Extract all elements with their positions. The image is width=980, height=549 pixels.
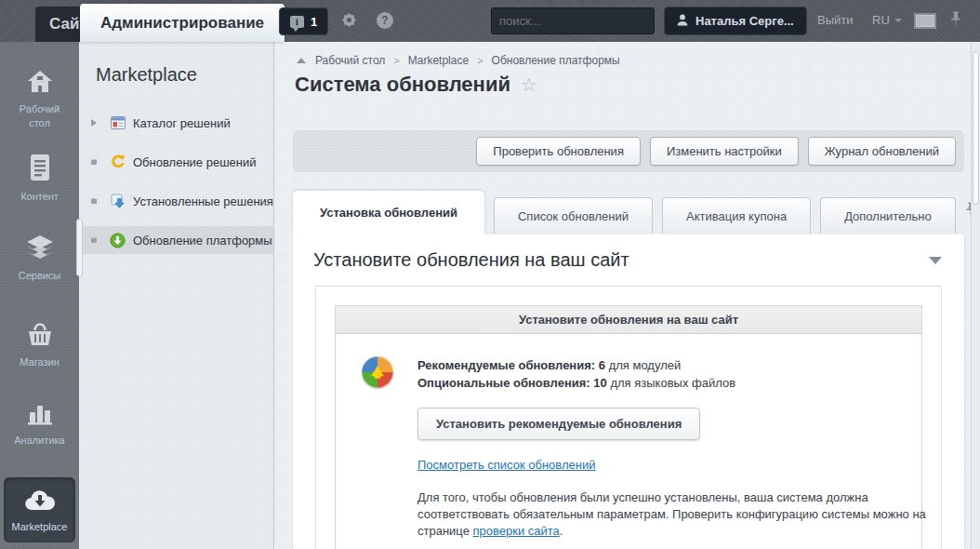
user-name: Наталья Серге... [695,14,794,28]
bullet-icon [91,159,104,165]
tab-coupon-activation[interactable]: Активация купона [662,197,811,234]
basket-icon [26,334,54,350]
collapse-section-icon[interactable] [929,257,942,264]
logout-link[interactable]: Выйти [817,13,854,27]
search-box [491,7,655,34]
bullet-icon [91,198,104,204]
breadcrumb-separator: > [393,55,399,66]
updates-panel-header: Установите обновления на ваш сайт [336,306,921,334]
optional-updates-count: 10 [593,376,606,390]
recommended-updates-line: Рекомендуемые обновления: 6 для модулей [417,356,949,374]
sidebar-item-shop[interactable]: Магазин [0,321,79,369]
sidebar-resize-handle[interactable] [76,219,83,276]
check-updates-button[interactable]: Проверить обновления [476,137,641,166]
vertical-scrollbar[interactable] [971,42,980,549]
user-menu-button[interactable]: Наталья Серге... [664,7,807,35]
update-log-button[interactable]: Журнал обновлений [808,137,956,166]
section-title: Установите обновления на ваш сайт [313,249,629,271]
breadcrumb-item-platform-update: Обновление платформы [492,54,620,67]
notification-count: 1 [311,15,317,29]
page-title: Система обновлений [295,73,510,97]
breadcrumb-item-marketplace[interactable]: Marketplace [408,54,469,67]
breadcrumb-separator: > [477,55,483,66]
pin-icon[interactable] [950,11,961,33]
chevron-right-icon [91,119,104,127]
content-panel: Установите обновления на ваш сайт Устано… [293,234,964,549]
refresh-icon [110,154,126,169]
menu-title: Marketplace [96,64,273,86]
gear-icon[interactable] [340,11,358,33]
topbar: Сайт Администрирование i 1 ? Наталья Сер… [0,0,980,42]
tab-additional[interactable]: Дополнительно [820,197,956,234]
updates-form-area: Установите обновления на ваш сайт Рекоме… [315,286,942,549]
notifications-button[interactable]: i 1 [279,7,328,35]
chart-icon [26,412,54,428]
sidebar-item-marketplace[interactable]: Marketplace [4,477,75,542]
breadcrumb-item-desktop[interactable]: Рабочий стол [315,54,385,67]
keyboard-icon[interactable] [914,13,936,29]
chevron-down-icon [894,19,902,22]
installed-icon [110,194,126,208]
sidebar-item-services[interactable]: Сервисы [0,234,79,283]
platform-update-icon [110,233,126,248]
user-icon [677,14,688,29]
catalog-icon [110,116,126,129]
menu-list: Каталог решений Обновление решений Устан… [79,109,273,254]
language-label: RU [872,13,890,27]
tab-admin[interactable]: Администрирование [80,4,285,42]
breadcrumb: Рабочий стол > Marketplace > Обновление … [297,54,620,67]
home-icon [25,81,55,97]
bullet-icon [91,237,104,243]
optional-updates-line: Опциональные обновления: 10 для языковых… [417,374,949,392]
recommended-updates-count: 6 [599,358,605,372]
layers-icon [25,248,55,263]
info-bubble-icon: i [290,16,304,28]
cloud-download-icon [24,499,56,515]
favorite-star-icon[interactable]: ☆ [521,74,537,96]
updates-panel: Установите обновления на ваш сайт Рекоме… [335,305,922,549]
menu-item-solutions-catalog[interactable]: Каталог решений [79,109,273,137]
breadcrumb-home-icon[interactable] [297,58,306,63]
left-sidebar: Рабочий стол Контент Сервисы Магазин Ана… [0,42,79,549]
system-requirements-note: Для того, чтобы обновления были успешно … [417,489,949,540]
search-input[interactable] [499,14,663,28]
tab-bar: Установка обновлений Список обновлений А… [293,191,964,234]
language-selector[interactable]: RU [872,13,902,27]
sidebar-item-content[interactable]: Контент [0,154,79,204]
update-wheel-icon [362,356,393,388]
tab-updates-list[interactable]: Список обновлений [494,197,653,234]
tab-install-updates[interactable]: Установка обновлений [293,191,484,234]
main-content: Рабочий стол > Marketplace > Обновление … [274,42,980,549]
toolbar: Проверить обновления Изменить настройки … [293,130,964,172]
change-settings-button[interactable]: Изменить настройки [650,137,799,166]
document-icon [29,168,51,184]
marketplace-menu: Marketplace Каталог решений Обновление р… [79,42,274,549]
scrollbar-thumb[interactable] [973,51,979,205]
help-icon[interactable]: ? [377,12,393,29]
menu-item-platform-update[interactable]: Обновление платформы [79,226,273,254]
site-check-link[interactable]: проверки сайта [473,524,560,538]
sidebar-item-analytics[interactable]: Аналитика [0,401,79,448]
menu-item-solutions-update[interactable]: Обновление решений [79,148,273,176]
menu-item-installed-solutions[interactable]: Установленные решения [79,187,273,215]
install-recommended-button[interactable]: Установить рекомендуемые обновления [417,408,700,440]
sidebar-item-desktop[interactable]: Рабочий стол [0,70,79,130]
view-updates-list-link[interactable]: Посмотреть список обновлений [417,458,595,472]
